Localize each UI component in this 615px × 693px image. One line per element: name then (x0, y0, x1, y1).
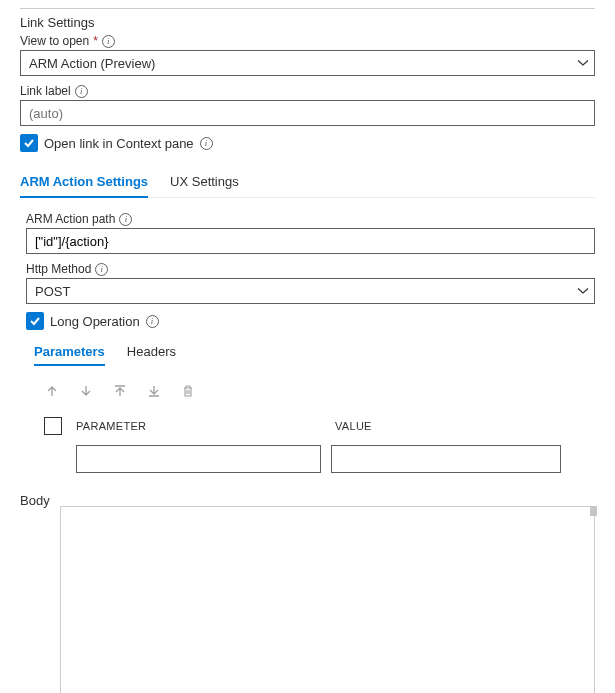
info-icon[interactable]: i (95, 263, 108, 276)
col-value: VALUE (335, 420, 372, 432)
tab-parameters[interactable]: Parameters (34, 340, 105, 365)
primary-tabs: ARM Action Settings UX Settings (20, 168, 595, 198)
value-input[interactable] (331, 445, 561, 473)
info-icon[interactable]: i (119, 213, 132, 226)
scrollbar-stub (590, 506, 597, 516)
move-down-button[interactable] (78, 383, 94, 399)
long-operation-checkbox[interactable] (26, 312, 44, 330)
required-asterisk: * (93, 34, 98, 48)
arrow-top-icon (113, 384, 127, 398)
arrow-bottom-icon (147, 384, 161, 398)
move-up-button[interactable] (44, 383, 60, 399)
arm-action-path-input[interactable] (26, 228, 595, 254)
link-label-input[interactable] (20, 100, 595, 126)
view-to-open-select[interactable]: ARM Action (Preview) (20, 50, 595, 76)
arrow-up-icon (45, 384, 59, 398)
info-icon[interactable]: i (146, 315, 159, 328)
info-icon[interactable]: i (102, 35, 115, 48)
info-icon[interactable]: i (75, 85, 88, 98)
parameter-input[interactable] (76, 445, 321, 473)
delete-button[interactable] (180, 383, 196, 399)
tab-ux-settings[interactable]: UX Settings (170, 168, 239, 197)
tab-headers[interactable]: Headers (127, 340, 176, 365)
arm-action-path-label: ARM Action path i (26, 212, 595, 226)
long-operation-label: Long Operation (50, 314, 140, 329)
checkmark-icon (23, 137, 35, 149)
arrow-down-icon (79, 384, 93, 398)
checkmark-icon (29, 315, 41, 327)
link-label-label: Link label i (20, 84, 595, 98)
view-to-open-label: View to open * i (20, 34, 595, 48)
select-all-checkbox[interactable] (44, 417, 62, 435)
col-parameter: PARAMETER (76, 420, 321, 432)
info-icon[interactable]: i (200, 137, 213, 150)
secondary-tabs: Parameters Headers (34, 340, 595, 365)
http-method-label: Http Method i (26, 262, 595, 276)
move-top-button[interactable] (112, 383, 128, 399)
open-in-context-label: Open link in Context pane (44, 136, 194, 151)
open-in-context-checkbox[interactable] (20, 134, 38, 152)
body-textarea[interactable] (60, 506, 595, 693)
http-method-select[interactable]: POST (26, 278, 595, 304)
tab-arm-action-settings[interactable]: ARM Action Settings (20, 168, 148, 197)
section-title: Link Settings (20, 15, 595, 30)
move-bottom-button[interactable] (146, 383, 162, 399)
param-toolbar (44, 383, 595, 399)
param-row (76, 445, 595, 473)
trash-icon (181, 384, 195, 398)
